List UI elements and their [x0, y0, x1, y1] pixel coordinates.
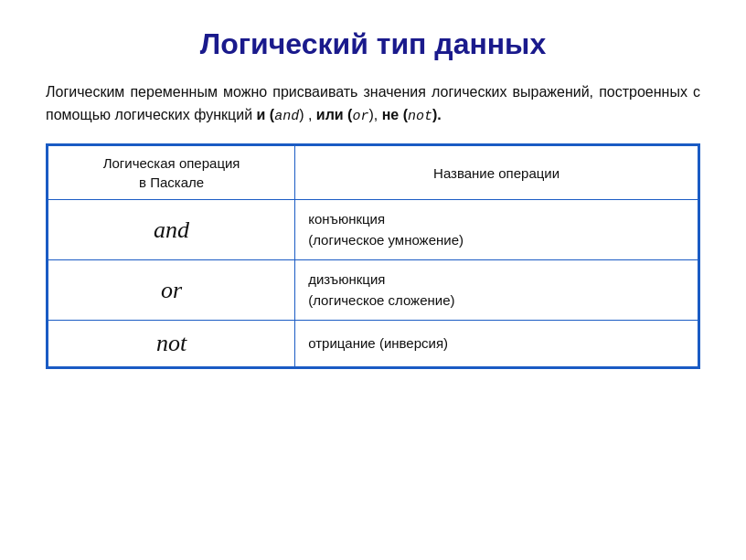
table-row: not отрицание (инверсия): [48, 321, 698, 367]
desc-kw1: and: [274, 109, 299, 124]
desc-after2: ),: [368, 107, 381, 122]
table-row: and конъюнкция (логическое умножение): [48, 200, 698, 260]
table-header-row: Логическая операцияв Паскале Название оп…: [48, 146, 698, 200]
desc-after1: ) ,: [299, 107, 316, 122]
description-text: Логическим переменным можно присваивать …: [46, 81, 700, 127]
col-header-name: Название операции: [295, 146, 698, 200]
operations-table: Логическая операцияв Паскале Название оп…: [48, 145, 698, 367]
operation-or: or: [48, 260, 295, 321]
page-title: Логический тип данных: [46, 27, 700, 61]
description-or: дизъюнкция (логическое сложение): [295, 260, 698, 321]
desc-after3: ).: [432, 107, 442, 122]
table-row: or дизъюнкция (логическое сложение): [48, 260, 698, 321]
slide: Логический тип данных Логическим перемен…: [0, 0, 746, 560]
description-and: конъюнкция (логическое умножение): [295, 200, 698, 260]
description-not: отрицание (инверсия): [295, 321, 698, 367]
desc-kw2: or: [352, 109, 368, 124]
desc-bold1: и (: [257, 107, 275, 122]
desc-bold3: не (: [382, 107, 408, 122]
operation-and: and: [48, 200, 295, 260]
desc-kw3: not: [408, 109, 432, 124]
operations-table-wrapper: Логическая операцияв Паскале Название оп…: [46, 143, 700, 369]
col-header-operation: Логическая операцияв Паскале: [48, 146, 295, 200]
operation-not: not: [48, 321, 295, 367]
desc-bold2: или (: [316, 107, 353, 122]
